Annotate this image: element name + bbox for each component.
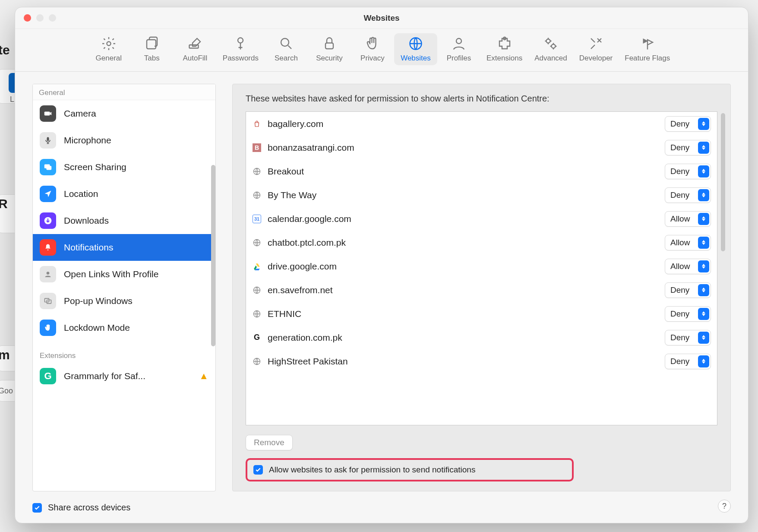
favicon-icon — [252, 262, 262, 271]
sidebar-item-label: Location — [64, 189, 208, 199]
sidebar-item-label: Grammarly for Saf... — [64, 371, 191, 381]
tab-label: Search — [275, 54, 298, 63]
sidebar-item-camera[interactable]: Camera — [33, 100, 215, 127]
content-area: General Camera Microphone — [15, 72, 748, 497]
share-across-devices-checkbox[interactable] — [32, 503, 42, 513]
websites-list: bagallery.comDenyBbonanzasatrangi.comDen… — [246, 111, 717, 425]
sidebar-item-grammarly[interactable]: G Grammarly for Saf... ▲ — [33, 363, 215, 390]
sidebar-list: Camera Microphone Screen Sharing — [33, 100, 215, 491]
website-row[interactable]: bagallery.comDeny — [246, 112, 717, 136]
profile-square-icon — [40, 266, 56, 282]
permission-value: Allow — [670, 238, 695, 247]
lock-icon — [322, 36, 337, 51]
tab-general[interactable]: General — [87, 33, 130, 65]
sidebar-item-lockdown-mode[interactable]: Lockdown Mode — [33, 314, 215, 341]
permission-value: Deny — [670, 119, 695, 129]
sidebar-item-open-links-with-profile[interactable]: Open Links With Profile — [33, 261, 215, 288]
sidebar-item-label: Camera — [64, 108, 208, 119]
sidebar-item-label: Notifications — [64, 242, 208, 253]
puzzle-icon — [497, 36, 512, 51]
gears-icon — [543, 36, 559, 51]
permission-picker[interactable]: Deny — [665, 140, 711, 155]
sidebar-item-downloads[interactable]: Downloads — [33, 207, 215, 234]
search-icon — [278, 36, 294, 51]
website-name: bagallery.com — [268, 119, 659, 129]
chevron-updown-icon — [698, 260, 709, 272]
mic-icon — [40, 132, 56, 149]
svg-point-10 — [551, 44, 555, 48]
tab-websites[interactable]: Websites — [394, 33, 437, 65]
tab-feature-flags[interactable]: Feature Flags — [619, 33, 676, 65]
bg-text: R — [0, 196, 8, 211]
tab-developer[interactable]: Developer — [573, 33, 619, 65]
svg-rect-12 — [47, 137, 49, 141]
permission-picker[interactable]: Deny — [665, 282, 711, 298]
sidebar-item-label: Pop-up Windows — [64, 296, 208, 306]
sidebar-scrollbar-thumb[interactable] — [211, 165, 215, 346]
remove-button[interactable]: Remove — [246, 435, 293, 450]
permission-picker[interactable]: Deny — [665, 354, 711, 369]
permission-picker[interactable]: Allow — [665, 235, 711, 250]
allow-ask-checkbox[interactable] — [253, 465, 263, 475]
camera-icon — [40, 105, 56, 122]
sidebar-group-extensions: Extensions — [33, 341, 215, 363]
sidebar-item-microphone[interactable]: Microphone — [33, 127, 215, 154]
preferences-toolbar: General Tabs AutoFill Passwords Search — [15, 29, 748, 72]
titlebar: Websites — [15, 7, 748, 29]
website-row[interactable]: HighStreet PakistanDeny — [246, 349, 717, 373]
website-row[interactable]: BreakoutDeny — [246, 159, 717, 183]
tab-privacy[interactable]: Privacy — [351, 33, 394, 65]
website-row[interactable]: 31calendar.google.comAllow — [246, 207, 717, 231]
website-row[interactable]: ETHNICDeny — [246, 302, 717, 326]
favicon-icon — [252, 167, 262, 176]
chevron-updown-icon — [698, 213, 709, 225]
sidebar-item-screen-sharing[interactable]: Screen Sharing — [33, 154, 215, 180]
list-scrollbar-thumb[interactable] — [721, 113, 725, 251]
tab-search[interactable]: Search — [265, 33, 308, 65]
website-row[interactable]: Bbonanzasatrangi.comDeny — [246, 136, 717, 159]
allow-ask-row-highlight: Allow websites to ask for permission to … — [246, 458, 574, 481]
sidebar-item-notifications[interactable]: Notifications — [33, 234, 215, 261]
permission-picker[interactable]: Deny — [665, 164, 711, 179]
sidebar: General Camera Microphone — [32, 84, 216, 491]
tab-autofill[interactable]: AutoFill — [174, 33, 217, 65]
tab-extensions[interactable]: Extensions — [480, 33, 528, 65]
website-row[interactable]: en.savefrom.netDeny — [246, 278, 717, 302]
permission-picker[interactable]: Deny — [665, 306, 711, 322]
favicon-icon — [252, 119, 262, 129]
tab-profiles[interactable]: Profiles — [437, 33, 480, 65]
chevron-updown-icon — [698, 118, 709, 130]
website-row[interactable]: chatbot.ptcl.com.pkAllow — [246, 231, 717, 254]
tab-advanced[interactable]: Advanced — [528, 33, 573, 65]
favicon-icon — [252, 357, 262, 366]
favicon-icon — [252, 190, 262, 200]
tab-passwords[interactable]: Passwords — [217, 33, 265, 65]
website-row[interactable]: drive.google.comAllow — [246, 254, 717, 278]
download-icon — [40, 212, 56, 229]
windows-icon — [40, 293, 56, 309]
website-name: By The Way — [268, 190, 659, 200]
svg-point-3 — [238, 38, 243, 43]
sidebar-item-popup-windows[interactable]: Pop-up Windows — [33, 288, 215, 314]
permission-picker[interactable]: Deny — [665, 330, 711, 345]
tab-label: Developer — [579, 54, 613, 63]
permission-picker[interactable]: Allow — [665, 259, 711, 274]
permission-value: Deny — [670, 357, 695, 366]
permission-picker[interactable]: Allow — [665, 211, 711, 227]
sidebar-item-location[interactable]: Location — [33, 180, 215, 207]
sidebar-item-label: Microphone — [64, 135, 208, 146]
help-button[interactable]: ? — [718, 500, 731, 513]
chevron-updown-icon — [698, 142, 709, 154]
tab-label: Security — [316, 54, 342, 63]
website-row[interactable]: By The WayDeny — [246, 183, 717, 207]
profile-icon — [451, 36, 467, 51]
bg-text: te — [0, 43, 10, 57]
tab-security[interactable]: Security — [308, 33, 351, 65]
chevron-updown-icon — [698, 284, 709, 296]
tab-tabs[interactable]: Tabs — [130, 33, 174, 65]
website-name: HighStreet Pakistan — [268, 356, 659, 367]
permission-picker[interactable]: Deny — [665, 116, 711, 132]
permission-picker[interactable]: Deny — [665, 187, 711, 203]
website-row[interactable]: Ggeneration.com.pkDeny — [246, 326, 717, 349]
chevron-updown-icon — [698, 308, 709, 320]
